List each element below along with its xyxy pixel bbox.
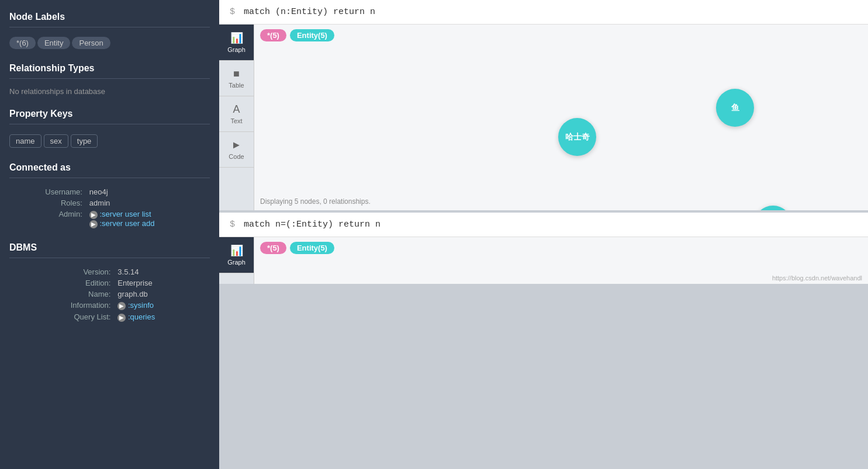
dollar-sign-1: $ xyxy=(230,7,235,17)
admin-links-cell: ▶ :server user list ▶ :server user add xyxy=(87,209,210,230)
tab-code-1[interactable]: ► Code xyxy=(219,132,254,168)
admin-link-arrow-1: ▶ xyxy=(89,211,98,219)
connected-as-table: Username: neo4j Roles: admin Admin: ▶ :s… xyxy=(9,186,210,230)
query-panel-1: $ match (n:Entity) return n 📊 Graph ■ Ta… xyxy=(219,0,868,210)
prop-keys-title: Property Keys xyxy=(9,109,210,119)
prop-key-sex: sex xyxy=(44,134,68,148)
code-icon-1: ► xyxy=(231,139,242,151)
rel-types-title: Relationship Types xyxy=(9,63,210,74)
node-fish[interactable]: 鱼 xyxy=(716,89,754,127)
username-label: Username: xyxy=(9,186,87,197)
result-badge-entity-1[interactable]: Entity(5) xyxy=(290,29,334,41)
result-area-2: 📊 Graph *(5) Entity(5) https://blog.csdn… xyxy=(219,237,868,284)
node-label-badge-person[interactable]: Person xyxy=(72,37,110,49)
result-badge-entity-2[interactable]: Entity(5) xyxy=(290,242,334,254)
tab-table-1[interactable]: ■ Table xyxy=(219,61,254,96)
result-area-1: 📊 Graph ■ Table A Text ► Code xyxy=(219,25,868,210)
tab-graph-label-1: Graph xyxy=(227,46,245,53)
prop-keys-section: Property Keys namesextype xyxy=(9,109,210,150)
result-badges-2: *(5) Entity(5) xyxy=(260,242,334,254)
sysinfo-link[interactable]: :sysinfo xyxy=(128,301,154,310)
roles-value: admin xyxy=(87,197,210,209)
edition-label: Edition: xyxy=(9,277,115,289)
node-label-badge-all[interactable]: *(6) xyxy=(9,37,36,49)
version-label: Version: xyxy=(9,266,115,277)
no-rel-text: No relationships in database xyxy=(9,87,210,96)
tab-graph-label-2: Graph xyxy=(227,259,245,266)
dollar-sign-2: $ xyxy=(230,220,235,230)
tab-code-label-1: Code xyxy=(229,153,244,160)
query-panel-2: $ match n=(:Entity) return n 📊 Graph *(5… xyxy=(219,213,868,284)
side-tabs-1: 📊 Graph ■ Table A Text ► Code xyxy=(219,25,254,210)
roles-label: Roles: xyxy=(9,197,87,209)
main-content: $ match (n:Entity) return n 📊 Graph ■ Ta… xyxy=(219,0,868,469)
dbms-section: DBMS Version: 3.5.14 Edition: Enterprise… xyxy=(9,242,210,323)
side-tabs-2: 📊 Graph xyxy=(219,237,254,284)
tab-graph-2[interactable]: 📊 Graph xyxy=(219,237,254,273)
tab-table-label-1: Table xyxy=(229,82,244,89)
graph-canvas-1: *(5) Entity(5) 哈士奇 鱼 火腿 英短 Displaying 5 … xyxy=(254,25,868,210)
node-label-badge-entity[interactable]: Entity xyxy=(37,37,71,49)
connected-as-section: Connected as Username: neo4j Roles: admi… xyxy=(9,162,210,230)
info-link-arrow: ▶ xyxy=(117,302,126,310)
node-label-badges: *(6)EntityPerson xyxy=(9,36,210,50)
edition-value: Enterprise xyxy=(115,277,210,289)
query-text-2: match n=(:Entity) return n xyxy=(238,220,381,230)
node-labels-title: Node Labels xyxy=(9,12,210,22)
rel-types-section: Relationship Types No relationships in d… xyxy=(9,63,210,96)
querylist-label: Query List: xyxy=(9,311,115,323)
server-user-add-link[interactable]: :server user add xyxy=(99,219,154,228)
info-label: Information: xyxy=(9,300,115,311)
tab-text-label-1: Text xyxy=(230,117,242,124)
prop-key-type: type xyxy=(71,134,98,148)
query-text-1: match (n:Entity) return n xyxy=(238,7,375,17)
query-bar-1: $ match (n:Entity) return n xyxy=(219,0,868,25)
querylist-link-arrow: ▶ xyxy=(117,314,126,322)
prop-key-name: name xyxy=(9,134,42,148)
node-british[interactable]: 英短 xyxy=(754,206,792,210)
graph-canvas-2: *(5) Entity(5) https://blog.csdn.net/wav… xyxy=(254,237,868,284)
graph-icon-1: 📊 xyxy=(230,32,243,44)
username-value: neo4j xyxy=(87,186,210,197)
dbms-title: DBMS xyxy=(9,242,210,253)
prop-key-badges: namesextype xyxy=(9,133,210,150)
db-name-label: Name: xyxy=(9,289,115,300)
connected-as-title: Connected as xyxy=(9,162,210,173)
dbms-table: Version: 3.5.14 Edition: Enterprise Name… xyxy=(9,266,210,323)
result-badge-count-2[interactable]: *(5) xyxy=(260,242,286,254)
table-icon-1: ■ xyxy=(233,68,240,80)
query-bar-2: $ match n=(:Entity) return n xyxy=(219,213,868,237)
node-labels-section: Node Labels *(6)EntityPerson xyxy=(9,12,210,50)
node-hashi[interactable]: 哈士奇 xyxy=(558,118,596,156)
graph-icon-2: 📊 xyxy=(230,244,243,257)
result-badge-count-1[interactable]: *(5) xyxy=(260,29,286,41)
server-user-list-link[interactable]: :server user list xyxy=(99,210,151,218)
queries-link[interactable]: :queries xyxy=(128,312,155,321)
tab-graph-1[interactable]: 📊 Graph xyxy=(219,25,254,61)
version-value: 3.5.14 xyxy=(115,266,210,277)
status-bar-1: Displaying 5 nodes, 0 relationships. xyxy=(260,197,371,206)
db-name-value: graph.db xyxy=(115,289,210,300)
url-hint: https://blog.csdn.net/wavehandl xyxy=(772,275,862,282)
sidebar: Node Labels *(6)EntityPerson Relationshi… xyxy=(0,0,219,469)
result-badges-1: *(5) Entity(5) xyxy=(260,29,334,41)
tab-text-1[interactable]: A Text xyxy=(219,96,254,132)
admin-link-arrow-2: ▶ xyxy=(89,220,98,228)
admin-label: Admin: xyxy=(9,209,87,230)
text-icon-1: A xyxy=(233,103,240,116)
info-link-cell: ▶ :sysinfo xyxy=(115,300,210,311)
querylist-link-cell: ▶ :queries xyxy=(115,311,210,323)
